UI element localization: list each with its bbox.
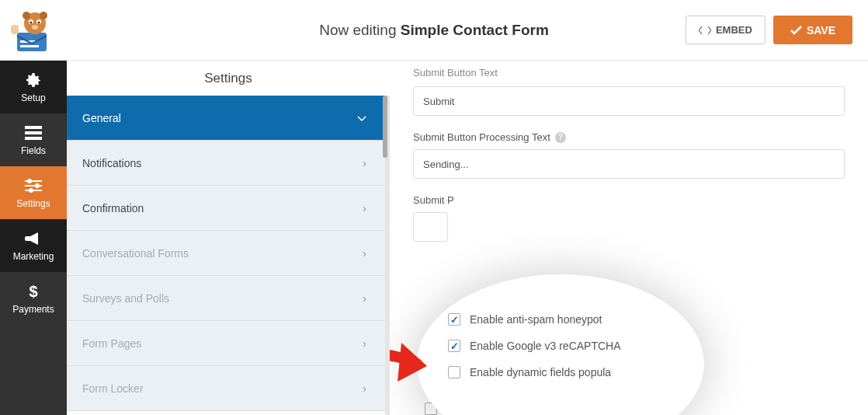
settings-header: Settings bbox=[67, 61, 390, 96]
svg-point-9 bbox=[23, 12, 30, 19]
input-submit-partial[interactable] bbox=[413, 212, 448, 242]
svg-rect-14 bbox=[25, 137, 42, 140]
chevron-down-icon bbox=[357, 111, 366, 124]
nav-marketing[interactable]: Marketing bbox=[0, 219, 67, 272]
tab-confirmation[interactable]: Confirmation › bbox=[67, 186, 385, 231]
chevron-right-icon: › bbox=[363, 291, 366, 305]
sliders-icon bbox=[25, 177, 42, 194]
tab-form-pages[interactable]: Form Pages › bbox=[67, 321, 385, 366]
svg-rect-11 bbox=[11, 25, 19, 34]
nav-fields[interactable]: Fields bbox=[0, 113, 67, 166]
svg-point-8 bbox=[32, 25, 38, 30]
code-icon bbox=[699, 25, 711, 36]
dollar-icon: $ bbox=[25, 283, 42, 300]
label-submit-partial: Submit P bbox=[413, 194, 845, 206]
check-icon bbox=[790, 26, 802, 35]
nav-payments[interactable]: $ Payments bbox=[0, 272, 67, 325]
field-submit-processing: Submit Button Processing Text ? bbox=[413, 131, 845, 179]
embed-button[interactable]: EMBED bbox=[686, 16, 766, 44]
svg-point-7 bbox=[38, 22, 40, 24]
tab-general[interactable]: General bbox=[67, 96, 385, 141]
tab-form-locker[interactable]: Form Locker › bbox=[67, 366, 385, 411]
svg-text:$: $ bbox=[29, 283, 37, 300]
tab-notifications[interactable]: Notifications › bbox=[67, 141, 385, 186]
gear-icon bbox=[25, 71, 42, 89]
top-bar: Now editing Simple Contact Form EMBED SA… bbox=[0, 0, 868, 61]
content-area: Submit Button Text Submit Button Process… bbox=[390, 61, 868, 415]
checkbox-recaptcha[interactable]: Enable Google v3 reCAPTCHA bbox=[448, 340, 621, 352]
top-actions: EMBED SAVE bbox=[686, 16, 852, 44]
highlighted-options: Enable anti-spam honeypot Enable Google … bbox=[448, 313, 621, 392]
settings-panel: Settings General Notifications › Confirm… bbox=[67, 61, 390, 415]
label-submit-button-text: Submit Button Text bbox=[413, 67, 845, 78]
editing-title: Now editing Simple Contact Form bbox=[319, 22, 549, 39]
checkbox-box bbox=[448, 340, 460, 352]
red-arrow-annotation bbox=[390, 329, 444, 415]
svg-rect-13 bbox=[25, 131, 42, 134]
svg-rect-2 bbox=[20, 45, 39, 47]
megaphone-icon bbox=[25, 230, 42, 247]
save-button[interactable]: SAVE bbox=[773, 16, 852, 44]
help-icon[interactable]: ? bbox=[555, 132, 566, 143]
checkbox-box bbox=[448, 366, 460, 378]
tab-surveys[interactable]: Surveys and Polls › bbox=[67, 276, 385, 321]
chevron-right-icon: › bbox=[363, 382, 366, 395]
label-submit-processing: Submit Button Processing Text ? bbox=[413, 131, 845, 143]
chevron-right-icon: › bbox=[363, 246, 366, 260]
svg-rect-12 bbox=[25, 126, 42, 129]
nav-settings[interactable]: Settings bbox=[0, 166, 67, 219]
tab-conversational[interactable]: Conversational Forms › bbox=[67, 231, 385, 276]
chevron-right-icon: › bbox=[363, 337, 366, 350]
main-area: Setup Fields Settings Marketing $ Paymen… bbox=[0, 61, 868, 415]
svg-point-6 bbox=[30, 22, 33, 24]
input-submit-button-text[interactable] bbox=[413, 86, 845, 116]
checkbox-box bbox=[448, 313, 460, 326]
svg-point-18 bbox=[28, 180, 31, 183]
field-submit-partial: Submit P bbox=[413, 194, 845, 242]
svg-point-20 bbox=[30, 189, 33, 192]
nav-setup[interactable]: Setup bbox=[0, 61, 67, 113]
input-submit-processing[interactable] bbox=[413, 149, 845, 179]
chevron-right-icon: › bbox=[363, 156, 366, 169]
settings-tabs: General Notifications › Confirmation › C… bbox=[67, 96, 390, 415]
checkbox-honeypot[interactable]: Enable anti-spam honeypot bbox=[448, 313, 621, 326]
chevron-right-icon: › bbox=[363, 201, 366, 214]
svg-point-19 bbox=[36, 184, 39, 187]
app-logo bbox=[9, 9, 54, 58]
list-icon bbox=[25, 124, 42, 141]
svg-point-10 bbox=[40, 12, 47, 19]
left-nav: Setup Fields Settings Marketing $ Paymen… bbox=[0, 61, 67, 415]
field-submit-button-text: Submit Button Text bbox=[413, 68, 845, 116]
checkbox-dynamic[interactable]: Enable dynamic fields popula bbox=[448, 366, 621, 378]
